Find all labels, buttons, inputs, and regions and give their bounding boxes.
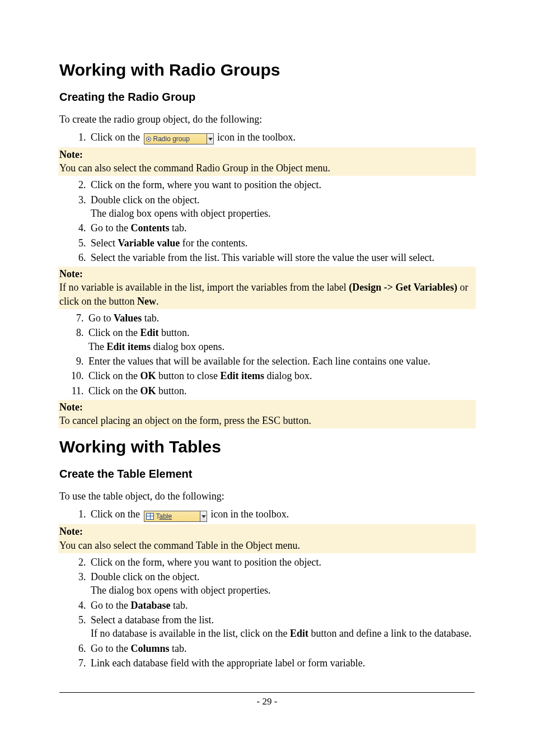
step-text-bold: Variable value xyxy=(118,237,180,249)
heading-create-the-table-element: Create the Table Element xyxy=(59,468,475,480)
note-title: Note: xyxy=(59,148,475,161)
list-item: Click on the OK button. xyxy=(86,384,475,398)
note-text-bold: New xyxy=(137,296,156,307)
step-text: tab. xyxy=(171,600,188,611)
list-item: Go to the Contents tab. xyxy=(88,221,475,235)
note-title: Note: xyxy=(59,400,475,414)
list-item: Go to the Columns tab. xyxy=(88,642,475,655)
step-text-bold: Edit xyxy=(140,327,159,338)
note-body: If no variable is available in the list,… xyxy=(59,281,475,308)
list-item: Go to the Database tab. xyxy=(88,599,475,612)
note-block: Note: If no variable is available in the… xyxy=(58,267,476,309)
step-text: dialog box. xyxy=(264,370,312,381)
list-item: Select the variable from the list. This … xyxy=(88,251,475,264)
step-text-bold: Values xyxy=(114,312,142,324)
step-text: button. xyxy=(159,327,190,338)
toolbar-button-radio-group[interactable]: Radio group xyxy=(144,132,214,145)
note-body: To cancel placing an object on the form,… xyxy=(59,414,475,427)
step-text-bold: Edit xyxy=(290,628,308,639)
step-text-bold: OK xyxy=(140,385,156,396)
step-text: tab. xyxy=(142,312,159,324)
step-text: The dialog box opens with object propert… xyxy=(91,585,270,596)
step-text: dialog box opens. xyxy=(151,341,224,352)
step-text-bold: Edit items xyxy=(221,370,265,381)
step-text: Click on the form, where you want to pos… xyxy=(91,179,321,190)
step-text: Select the variable from the list. This … xyxy=(91,252,434,263)
step-text: tab. xyxy=(170,643,187,654)
list-item: Click on the form, where you want to pos… xyxy=(88,556,475,569)
step-text-bold: Columns xyxy=(131,643,170,654)
step-text: If no database is available in the list,… xyxy=(91,628,290,639)
step-text: Click on the xyxy=(88,370,140,381)
step-text: Click on the xyxy=(88,385,140,396)
list-item: Go to Values tab. xyxy=(86,311,475,325)
step-text: button and define a link to the database… xyxy=(308,628,471,639)
note-text: If no variable is available in the list,… xyxy=(59,282,349,293)
table-icon xyxy=(146,513,154,520)
list-item: Select a database from the list. If no d… xyxy=(88,613,475,641)
step-text: button. xyxy=(156,385,187,396)
step-text: Go to the xyxy=(91,643,131,654)
step-text: for the contents. xyxy=(180,237,247,249)
step-text: Double click on the object. xyxy=(91,194,199,206)
note-block: Note: To cancel placing an object on the… xyxy=(58,400,476,429)
list-item: Link each database field with the approp… xyxy=(88,656,475,670)
heading-creating-the-radio-group: Creating the Radio Group xyxy=(59,91,475,104)
step-text: icon in the toolbox. xyxy=(215,132,296,143)
step-text: Go to xyxy=(88,312,114,324)
note-title: Note: xyxy=(59,525,475,538)
chevron-down-icon[interactable] xyxy=(200,511,207,522)
heading-working-with-tables: Working with Tables xyxy=(59,436,475,458)
step-text: Go to the xyxy=(91,600,131,611)
step-text-bold: Edit items xyxy=(106,341,151,352)
toolbar-button-table[interactable]: Table xyxy=(144,508,207,522)
step-text-bold: Contents xyxy=(131,222,170,234)
step-text: Enter the values that will be available … xyxy=(88,356,430,367)
step-text: The dialog box opens with object propert… xyxy=(91,208,270,219)
step-text-bold: Database xyxy=(131,600,171,611)
intro-table: To use the table object, do the followin… xyxy=(59,489,475,503)
step-text: icon in the toolbox. xyxy=(208,508,289,520)
note-body: You can also select the command Table in… xyxy=(59,539,475,552)
step-text: Click on the xyxy=(91,508,143,520)
step-text: Click on the xyxy=(88,327,140,338)
footer-rule xyxy=(59,692,475,693)
step-text: The xyxy=(88,341,106,352)
step-text-bold: OK xyxy=(140,370,156,381)
intro-radio: To create the radio group object, do the… xyxy=(59,113,475,126)
list-item: Click on the Table icon in the toolbox. xyxy=(88,507,475,522)
list-item: Enter the values that will be available … xyxy=(86,354,475,368)
step-text: Select a database from the list. xyxy=(91,614,214,626)
step-text: Double click on the object. xyxy=(91,571,199,582)
list-item: Click on the OK button to close Edit ite… xyxy=(86,369,475,382)
step-text: tab. xyxy=(170,222,187,234)
note-title: Note: xyxy=(59,267,475,281)
list-item: Click on the Edit button. The Edit items… xyxy=(86,326,475,353)
step-text: Link each database field with the approp… xyxy=(91,657,365,669)
chevron-down-icon[interactable] xyxy=(207,133,214,144)
note-text-bold: (Design -> Get Variables) xyxy=(349,282,457,293)
step-text: Click on the form, where you want to pos… xyxy=(91,557,321,568)
list-item: Click on the form, where you want to pos… xyxy=(88,178,475,192)
step-text: button to close xyxy=(156,370,221,381)
list-item: Double click on the object. The dialog b… xyxy=(88,570,475,598)
list-item: Double click on the object. The dialog b… xyxy=(88,193,475,221)
note-body: You can also select the command Radio Gr… xyxy=(59,161,475,175)
step-text: Go to the xyxy=(91,222,131,234)
radio-icon xyxy=(146,137,151,142)
toolbar-button-label: Radio group xyxy=(153,135,190,143)
list-item: Select Variable value for the contents. xyxy=(88,236,475,250)
heading-working-with-radio-groups: Working with Radio Groups xyxy=(59,59,475,81)
note-block: Note: You can also select the command Ta… xyxy=(58,524,476,553)
note-block: Note: You can also select the command Ra… xyxy=(58,147,476,176)
note-text: . xyxy=(156,296,159,307)
toolbar-button-label: Table xyxy=(156,512,172,520)
step-text: Click on the xyxy=(91,132,143,143)
list-item: Click on the Radio group icon in the too… xyxy=(88,130,475,145)
page-number: - 29 - xyxy=(59,696,475,707)
step-text: Select xyxy=(91,237,118,249)
